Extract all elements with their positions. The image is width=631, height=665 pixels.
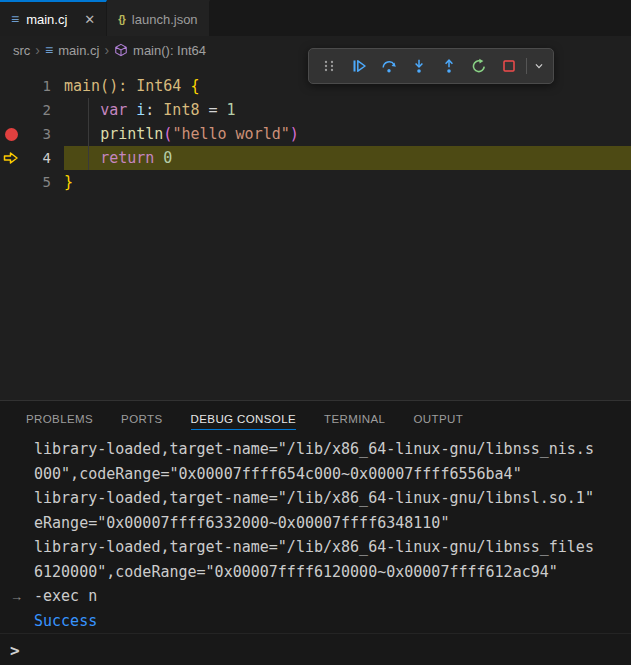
console-prompt-icon: > bbox=[10, 641, 20, 660]
code-token: ) bbox=[290, 125, 299, 143]
symbol-method-icon bbox=[114, 43, 128, 57]
code-token: return bbox=[100, 149, 154, 167]
step-into-button[interactable] bbox=[404, 51, 433, 81]
breadcrumb-separator: › bbox=[35, 42, 40, 58]
code-token: = bbox=[199, 101, 226, 119]
panel-tab-problems[interactable]: PROBLEMS bbox=[12, 401, 107, 437]
current-line-arrow-icon bbox=[3, 150, 19, 166]
panel-tab-ports[interactable]: PORTS bbox=[107, 401, 176, 437]
code-token: } bbox=[64, 173, 73, 191]
breadcrumb-label: main(): Int64 bbox=[133, 43, 206, 58]
code-token: { bbox=[190, 77, 199, 95]
step-over-icon bbox=[381, 58, 397, 74]
code-token: 1 bbox=[227, 101, 236, 119]
line-number: 5 bbox=[22, 170, 64, 194]
braces-icon: {} bbox=[118, 14, 125, 25]
debug-console-output: library-loaded,target-name="/lib/x86_64-… bbox=[0, 437, 631, 633]
editor-tab-launch-json[interactable]: {} launch.json bbox=[107, 0, 209, 36]
continue-icon bbox=[351, 58, 367, 74]
editor-line: 3 println("hello world") bbox=[0, 122, 631, 146]
step-into-icon bbox=[411, 58, 427, 74]
breadcrumb-item[interactable]: src bbox=[10, 43, 33, 58]
editor-line: 5 } bbox=[0, 170, 631, 194]
code-tokens: } bbox=[64, 170, 73, 194]
editor-gutter: 3 bbox=[0, 122, 64, 146]
restart-icon bbox=[471, 58, 487, 74]
console-text: 6120000",codeRange="0x00007ffff6120000~0… bbox=[34, 563, 558, 581]
editor-lines: 1 main(): Int64 { 2 var i: Int8 = 1 3 pr… bbox=[0, 74, 631, 194]
line-number: 1 bbox=[22, 74, 64, 98]
code-token bbox=[64, 149, 100, 167]
code-line[interactable]: var i: Int8 = 1 bbox=[64, 98, 631, 122]
stop-button[interactable] bbox=[494, 51, 523, 81]
console-line: →-exec n bbox=[0, 584, 631, 609]
debug-toolbar bbox=[308, 48, 554, 84]
code-token: i bbox=[136, 101, 145, 119]
code-line[interactable]: } bbox=[64, 170, 631, 194]
console-line: Success bbox=[0, 609, 631, 634]
restart-button[interactable] bbox=[464, 51, 493, 81]
step-out-icon bbox=[441, 58, 457, 74]
panel-tab-terminal[interactable]: TERMINAL bbox=[310, 401, 399, 437]
editor-line: 4 return 0 bbox=[0, 146, 631, 170]
panel-tab-debug-console[interactable]: DEBUG CONSOLE bbox=[177, 401, 311, 437]
code-token: var bbox=[100, 101, 127, 119]
code-token: 0 bbox=[163, 149, 172, 167]
code-token: main(): Int64 bbox=[64, 77, 181, 95]
line-number: 2 bbox=[22, 98, 64, 122]
code-token: println bbox=[100, 125, 163, 143]
gripper-icon bbox=[321, 58, 337, 74]
console-text: library-loaded,target-name="/lib/x86_64-… bbox=[34, 538, 594, 556]
breakpoint-icon[interactable] bbox=[5, 128, 18, 141]
console-line: 000",codeRange="0x00007ffff654c000~0x000… bbox=[0, 462, 631, 487]
file-icon: ≡ bbox=[11, 12, 19, 26]
gutter-marker[interactable] bbox=[0, 98, 22, 122]
console-line: library-loaded,target-name="/lib/x86_64-… bbox=[0, 486, 631, 511]
debug-console-input[interactable]: > bbox=[0, 633, 631, 665]
code-token bbox=[64, 101, 100, 119]
editor-gutter: 5 bbox=[0, 170, 64, 194]
step-over-button[interactable] bbox=[374, 51, 403, 81]
editor-tab-main-cj[interactable]: ≡ main.cj ✕ bbox=[0, 0, 107, 36]
console-text: eRange="0x00007ffff6332000~0x00007ffff63… bbox=[34, 514, 449, 532]
line-number: 4 bbox=[22, 146, 64, 170]
panel-tab-bar: PROBLEMSPORTSDEBUG CONSOLETERMINALOUTPUT bbox=[0, 401, 631, 437]
breadcrumb-item[interactable]: ≡main.cj bbox=[42, 42, 102, 58]
close-icon[interactable]: ✕ bbox=[84, 12, 95, 27]
code-tokens: var i: Int8 = 1 bbox=[64, 98, 236, 122]
toolbar-drag-handle[interactable] bbox=[314, 51, 343, 81]
continue-button[interactable] bbox=[344, 51, 373, 81]
vscode-window: ≡ main.cj ✕ {} launch.json src›≡main.cj›… bbox=[0, 0, 631, 665]
chevron-down-icon bbox=[532, 59, 546, 73]
console-line: 6120000",codeRange="0x00007ffff6120000~0… bbox=[0, 560, 631, 585]
step-out-button[interactable] bbox=[434, 51, 463, 81]
console-text: -exec n bbox=[34, 587, 97, 605]
breadcrumb-label: src bbox=[13, 43, 30, 58]
bottom-panel: PROBLEMSPORTSDEBUG CONSOLETERMINALOUTPUT… bbox=[0, 400, 631, 665]
editor[interactable]: 1 main(): Int64 { 2 var i: Int8 = 1 3 pr… bbox=[0, 64, 631, 400]
console-text: library-loaded,target-name="/lib/x86_64-… bbox=[34, 440, 594, 458]
breadcrumb-item[interactable]: main(): Int64 bbox=[111, 43, 209, 58]
code-line[interactable]: println("hello world") bbox=[64, 122, 631, 146]
code-tokens: main(): Int64 { bbox=[64, 74, 199, 98]
code-token: "hello world" bbox=[172, 125, 289, 143]
stop-icon bbox=[501, 58, 517, 74]
console-text: 000",codeRange="0x00007ffff654c000~0x000… bbox=[34, 465, 522, 483]
console-text: library-loaded,target-name="/lib/x86_64-… bbox=[34, 489, 594, 507]
console-line: library-loaded,target-name="/lib/x86_64-… bbox=[0, 437, 631, 462]
line-number: 3 bbox=[22, 122, 64, 146]
panel-tab-output[interactable]: OUTPUT bbox=[399, 401, 477, 437]
indent-guide bbox=[88, 98, 89, 170]
editor-gutter: 4 bbox=[0, 146, 64, 170]
gutter-marker[interactable] bbox=[0, 170, 22, 194]
breadcrumb-label: main.cj bbox=[58, 43, 99, 58]
gutter-marker[interactable] bbox=[0, 146, 22, 170]
tab-bar: ≡ main.cj ✕ {} launch.json bbox=[0, 0, 631, 36]
gutter-marker[interactable] bbox=[0, 122, 22, 146]
more-debug-actions-button[interactable] bbox=[530, 51, 548, 81]
code-token: Int8 bbox=[163, 101, 199, 119]
code-token bbox=[127, 101, 136, 119]
code-line[interactable]: return 0 bbox=[64, 146, 631, 170]
console-line: eRange="0x00007ffff6332000~0x00007ffff63… bbox=[0, 511, 631, 536]
gutter-marker[interactable] bbox=[0, 74, 22, 98]
